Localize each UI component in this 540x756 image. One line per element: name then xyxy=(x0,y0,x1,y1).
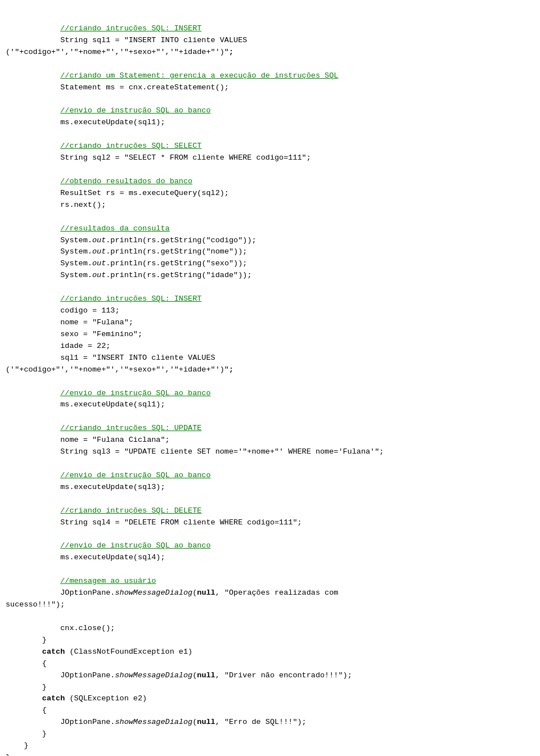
code-block: //criando intruções SQL: INSERT String s… xyxy=(6,11,534,756)
